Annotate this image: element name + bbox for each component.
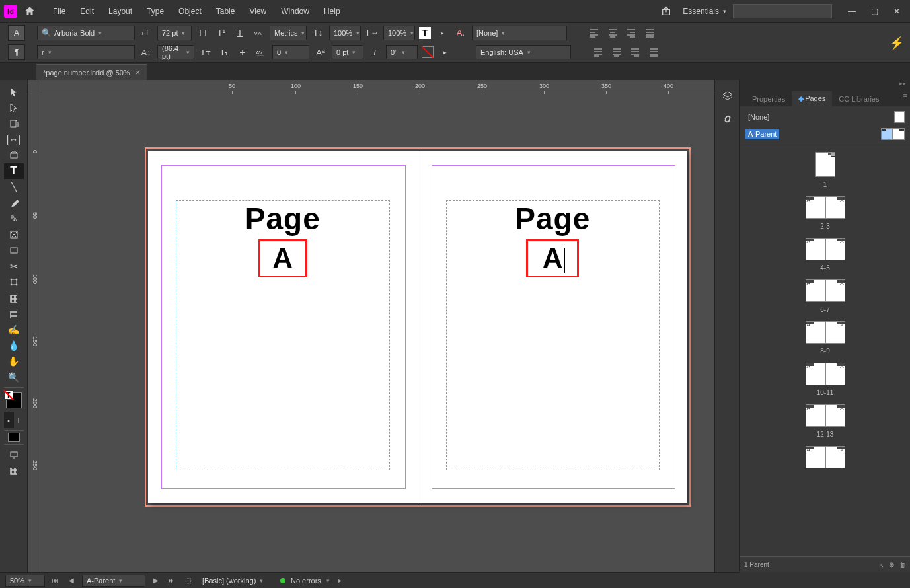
page-thumb-6-7[interactable] [806,279,845,302]
apply-color-icon[interactable]: ▪ [4,412,14,428]
screen-mode-icon[interactable] [4,447,24,462]
menu-view[interactable]: View [243,4,273,18]
scissors-tool-icon[interactable]: ✂ [4,258,24,274]
hscale-combo[interactable]: 100% [383,26,415,40]
status-expand-icon[interactable]: ▸ [335,575,346,586]
fill-stroke-swatch[interactable]: T [6,392,22,408]
charstyle-combo[interactable]: [None] [472,26,567,40]
share-icon[interactable] [659,4,673,18]
kerning-combo[interactable]: Metrics [270,26,307,40]
superscript-icon[interactable]: T¹ [214,26,229,40]
page-thumb-1[interactable] [815,152,835,177]
font-style-combo[interactable]: r [37,45,135,59]
minimize-button[interactable]: — [843,3,861,19]
search-input[interactable] [733,4,832,18]
content-collector-icon[interactable] [4,147,24,163]
page-thumb-extra[interactable] [806,446,845,468]
page-number-marker[interactable]: A [526,239,579,277]
text-frame-left[interactable]: Page A [176,200,390,470]
left-parent-page[interactable]: Page A [148,151,418,503]
character-mode-icon[interactable]: A [8,25,25,41]
last-page-icon[interactable]: ⏭ [167,575,177,586]
paragraph-mode-icon[interactable]: ¶ [8,44,25,60]
next-page-icon[interactable]: ▶ [151,575,161,586]
fill-chevron-icon[interactable]: ▸ [435,26,449,40]
direct-selection-tool-icon[interactable] [4,100,24,116]
maximize-button[interactable]: ▢ [865,3,884,19]
text-frame-right[interactable]: Page A [446,200,660,470]
home-icon[interactable] [22,4,37,18]
parent-none-row[interactable]: [None] [745,110,905,124]
edit-page-size-icon[interactable]: ▫. [880,561,884,568]
tracking-combo[interactable]: 0 [272,45,309,59]
menu-help[interactable]: Help [317,4,347,18]
delete-page-icon[interactable]: 🗑 [899,561,906,568]
fill-on-text-icon[interactable]: T [419,27,431,39]
font-family-combo[interactable]: 🔍Arboria-Bold [37,26,135,40]
justify-left-icon[interactable] [591,45,605,59]
apply-text-icon[interactable]: T [14,412,24,428]
zoom-tool-icon[interactable]: 🔍 [4,369,24,385]
vertical-ruler[interactable]: 0 50 100 150 200 250 [28,94,42,572]
justify-all-icon[interactable] [646,45,661,59]
menu-edit[interactable]: Edit [73,4,100,18]
tab-close-icon[interactable]: × [135,67,141,77]
parent-spread[interactable]: Page A Page A [148,151,687,503]
allcaps-icon[interactable]: TT [196,26,210,40]
line-tool-icon[interactable]: ╲ [4,179,24,195]
rectangle-tool-icon[interactable] [4,242,24,258]
open-dialog-icon[interactable]: ⬚ [182,575,193,586]
page-thumb-2-3[interactable] [806,196,845,219]
page-thumb-12-13[interactable] [806,404,845,427]
right-parent-page[interactable]: Page A [418,151,688,503]
gradient-feather-tool-icon[interactable]: ▤ [4,306,24,322]
preview-mode-icon[interactable]: ▦ [4,462,24,478]
eyedropper-tool-icon[interactable]: 💧 [4,338,24,353]
links-panel-icon[interactable] [720,112,735,126]
justify-center-icon[interactable] [609,45,624,59]
ruler-origin[interactable] [28,80,42,94]
first-page-icon[interactable]: ⏮ [50,575,61,586]
page-thumb-8-9[interactable] [806,321,845,344]
justify-icon[interactable] [642,26,657,40]
menu-file[interactable]: File [46,4,72,18]
free-transform-tool-icon[interactable] [4,274,24,290]
stroke-chevron-icon[interactable]: ▸ [437,45,452,59]
stroke-swatch-icon[interactable] [422,46,434,58]
menu-layout[interactable]: Layout [102,4,139,18]
close-button[interactable]: ✕ [888,3,906,19]
zoom-combo[interactable]: 50% [5,575,45,587]
document-tab[interactable]: *page number.indd @ 50% × [36,64,147,80]
parent-none-thumb[interactable] [894,111,905,123]
align-right-icon[interactable] [624,26,638,40]
gradient-swatch-tool-icon[interactable]: ▦ [4,290,24,306]
prev-page-icon[interactable]: ◀ [66,575,77,586]
justify-right-icon[interactable] [628,45,642,59]
document-area[interactable]: 50 100 150 200 250 300 350 400 0 50 100 … [28,80,714,572]
workspace-switcher[interactable]: Essentials▾ [683,7,726,16]
font-size-combo[interactable]: 72 pt [157,26,192,40]
normal-view-icon[interactable] [8,433,20,442]
horizontal-ruler[interactable]: 50 100 150 200 250 300 350 400 [42,80,714,94]
tab-cc-libraries[interactable]: CC Libraries [832,92,886,106]
tab-properties[interactable]: Properties [745,92,792,106]
align-left-icon[interactable] [587,26,601,40]
skew-combo[interactable]: 0° [386,45,418,59]
align-center-icon[interactable] [605,26,620,40]
layers-panel-icon[interactable] [720,89,735,104]
page-thumb-4-5[interactable] [806,238,845,260]
note-tool-icon[interactable]: ✍ [4,322,24,338]
page-nav-combo[interactable]: A-Parent [82,575,145,587]
page-tool-icon[interactable] [4,116,24,131]
vscale-combo[interactable]: 100% [329,26,361,40]
pen-tool-icon[interactable] [4,195,24,211]
pencil-tool-icon[interactable]: ✎ [4,211,24,227]
panel-collapse-icon[interactable]: ▸▸ [899,80,906,88]
object-style-combo[interactable]: [Basic] (working) [198,575,275,587]
baseline-combo[interactable]: 0 pt [332,45,363,59]
page-thumb-10-11[interactable] [806,363,845,385]
new-page-icon[interactable]: ⊕ [889,561,894,568]
page-thumbnails[interactable]: 1 2-3 4-5 6-7 8-9 10-11 12-13 [740,145,910,556]
underline-icon[interactable]: T [233,26,247,40]
menu-window[interactable]: Window [274,4,316,18]
